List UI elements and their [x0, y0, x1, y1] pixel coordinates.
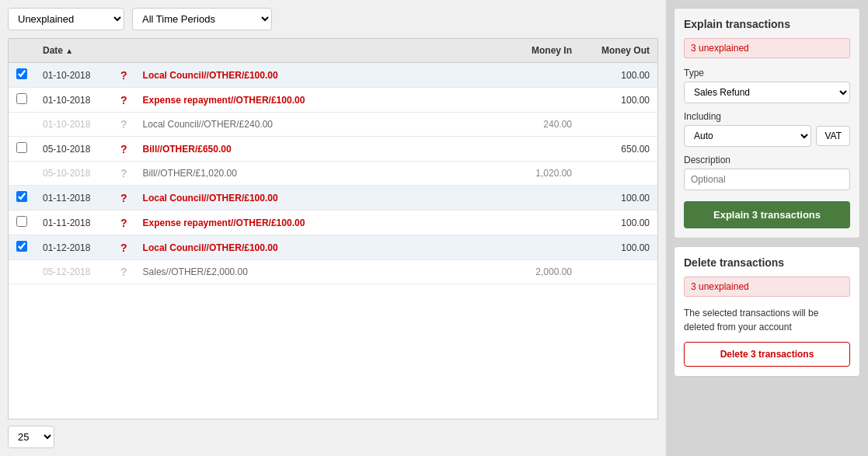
right-panel: Explain transactions 3 unexplained Type …: [666, 0, 868, 456]
row-money-in: [502, 88, 580, 113]
type-field-group: Type Sales Refund Purchase Payment Trans…: [684, 68, 850, 103]
row-checkbox[interactable]: [16, 142, 27, 153]
row-date: 01-11-2018: [35, 211, 113, 235]
row-checkbox[interactable]: [16, 191, 27, 202]
table-row: 01-11-2018?Expense repayment//OTHER/£100…: [9, 211, 657, 235]
row-money-out: 100.00: [580, 211, 657, 235]
header-description-col: [135, 39, 502, 63]
pagination-bar: 25 10 50 100: [8, 426, 658, 448]
row-question-icon: ?: [113, 260, 135, 284]
main-area: Unexplained Explained All All Time Perio…: [0, 0, 666, 456]
delete-info-text: The selected transactions will be delete…: [684, 306, 850, 334]
row-money-out: 100.00: [580, 63, 657, 88]
type-label: Type: [684, 68, 850, 78]
row-money-in: [502, 137, 580, 162]
row-money-in: 240.00: [502, 113, 580, 137]
row-date: 01-10-2018: [35, 63, 113, 88]
explain-unexplained-badge: 3 unexplained: [684, 38, 850, 58]
table-row: 05-10-2018?Bill//OTHER/£1,020.001,020.00: [9, 162, 657, 186]
row-date: 01-11-2018: [35, 186, 113, 211]
sort-arrow-icon: ▲: [65, 47, 73, 55]
row-date: 05-10-2018: [35, 137, 113, 162]
row-checkbox[interactable]: [16, 216, 27, 227]
header-question-col: [113, 39, 135, 63]
table-row: 01-10-2018?Local Council//OTHER/£100.001…: [9, 63, 657, 88]
row-question-icon: ?: [113, 162, 135, 186]
explain-panel: Explain transactions 3 unexplained Type …: [674, 8, 860, 238]
row-question-icon: ?: [113, 235, 135, 260]
row-question-icon: ?: [113, 88, 135, 113]
row-question-icon: ?: [113, 137, 135, 162]
row-description[interactable]: Expense repayment//OTHER/£100.00: [135, 88, 502, 113]
row-description[interactable]: Local Council//OTHER/£100.00: [135, 235, 502, 260]
row-description[interactable]: Local Council//OTHER/£100.00: [135, 63, 502, 88]
description-label: Description: [684, 155, 850, 165]
row-description[interactable]: Bill//OTHER/£1,020.00: [135, 162, 502, 186]
row-question-icon: ?: [113, 186, 135, 211]
row-question-icon: ?: [113, 113, 135, 137]
filters-bar: Unexplained Explained All All Time Perio…: [8, 8, 658, 30]
row-money-out: [580, 162, 657, 186]
row-date: 05-10-2018: [35, 162, 113, 186]
header-money-in: Money In: [502, 39, 580, 63]
row-date: 01-12-2018: [35, 235, 113, 260]
row-checkbox[interactable]: [16, 93, 27, 104]
including-field-group: Including Auto None Tax VAT: [684, 111, 850, 147]
transactions-table-container: Date ▲ Money In Money Out 01-10-2018?Loc…: [8, 38, 658, 419]
header-checkbox-col: [9, 39, 35, 63]
row-question-icon: ?: [113, 63, 135, 88]
row-money-in: [502, 186, 580, 211]
period-filter[interactable]: All Time Periods This Month Last Month T…: [132, 8, 272, 30]
row-description[interactable]: Sales//OTHER/£2,000.00: [135, 260, 502, 284]
table-row: 01-12-2018?Local Council//OTHER/£100.001…: [9, 235, 657, 260]
explain-panel-title: Explain transactions: [684, 18, 850, 30]
transactions-table: Date ▲ Money In Money Out 01-10-2018?Loc…: [9, 39, 657, 284]
row-description[interactable]: Bill//OTHER/£650.00: [135, 137, 502, 162]
including-row: Auto None Tax VAT: [684, 125, 850, 147]
row-description[interactable]: Expense repayment//OTHER/£100.00: [135, 211, 502, 235]
explain-button[interactable]: Explain 3 transactions: [684, 201, 850, 228]
row-money-in: [502, 63, 580, 88]
row-money-out: 650.00: [580, 137, 657, 162]
delete-unexplained-badge: 3 unexplained: [684, 277, 850, 297]
row-money-out: [580, 260, 657, 284]
including-select[interactable]: Auto None Tax: [684, 125, 811, 147]
status-filter[interactable]: Unexplained Explained All: [8, 8, 124, 30]
type-select[interactable]: Sales Refund Purchase Payment Transfer: [684, 82, 850, 103]
table-row: 01-10-2018?Expense repayment//OTHER/£100…: [9, 88, 657, 113]
row-checkbox[interactable]: [16, 68, 27, 79]
row-money-out: 100.00: [580, 186, 657, 211]
header-date[interactable]: Date ▲: [35, 39, 113, 63]
row-money-in: [502, 235, 580, 260]
per-page-select[interactable]: 25 10 50 100: [8, 426, 54, 448]
row-money-in: 1,020.00: [502, 162, 580, 186]
row-description[interactable]: Local Council//OTHER/£240.00: [135, 113, 502, 137]
table-row: 01-10-2018?Local Council//OTHER/£240.002…: [9, 113, 657, 137]
vat-button[interactable]: VAT: [816, 126, 850, 146]
row-money-in: [502, 211, 580, 235]
row-description[interactable]: Local Council//OTHER/£100.00: [135, 186, 502, 211]
header-money-out: Money Out: [580, 39, 657, 63]
table-body: 01-10-2018?Local Council//OTHER/£100.001…: [9, 63, 657, 284]
row-date: 05-12-2018: [35, 260, 113, 284]
delete-panel: Delete transactions 3 unexplained The se…: [674, 246, 860, 377]
delete-button[interactable]: Delete 3 transactions: [684, 342, 850, 367]
description-field-group: Description: [684, 155, 850, 190]
row-money-out: 100.00: [580, 88, 657, 113]
delete-panel-title: Delete transactions: [684, 256, 850, 269]
table-row: 05-10-2018?Bill//OTHER/£650.00650.00: [9, 137, 657, 162]
row-date: 01-10-2018: [35, 113, 113, 137]
row-money-out: 100.00: [580, 235, 657, 260]
table-row: 01-11-2018?Local Council//OTHER/£100.001…: [9, 186, 657, 211]
row-checkbox[interactable]: [16, 241, 27, 252]
row-money-in: 2,000.00: [502, 260, 580, 284]
row-money-out: [580, 113, 657, 137]
row-question-icon: ?: [113, 211, 135, 235]
row-date: 01-10-2018: [35, 88, 113, 113]
including-label: Including: [684, 111, 850, 122]
description-input[interactable]: [684, 169, 850, 190]
table-row: 05-12-2018?Sales//OTHER/£2,000.002,000.0…: [9, 260, 657, 284]
table-header-row: Date ▲ Money In Money Out: [9, 39, 657, 63]
